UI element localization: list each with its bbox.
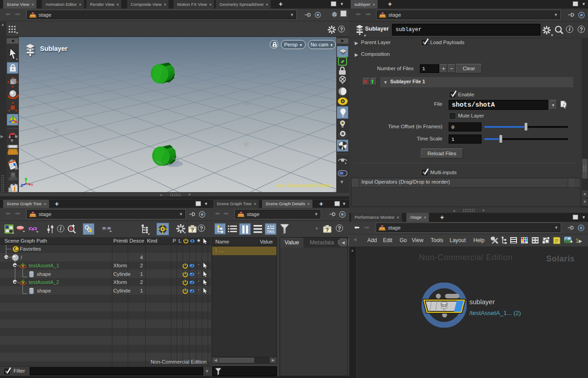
svg-text:?: ? [325, 227, 329, 233]
svg-text:TRS: TRS [267, 230, 275, 234]
svg-text:z: z [21, 183, 23, 188]
svg-text:?: ? [191, 227, 194, 233]
svg-text:y: y [25, 176, 27, 181]
svg-text:x: x [31, 182, 33, 187]
